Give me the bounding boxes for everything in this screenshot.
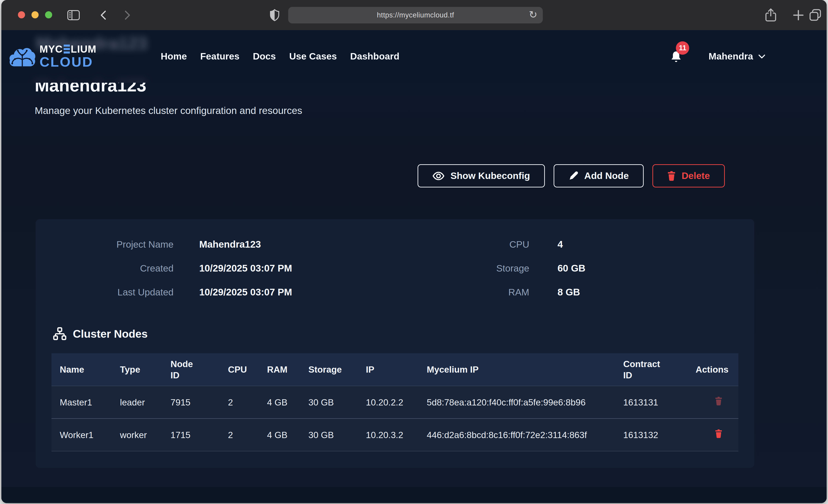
cell-ip: 10.20.3.2 [358, 419, 418, 451]
nav-item-dashboard[interactable]: Dashboard [350, 51, 400, 62]
forward-chevron-icon [124, 10, 131, 20]
trash-icon [667, 171, 676, 181]
brand-logo-text: MYC LIUM CLOUD [40, 44, 96, 69]
add-node-button[interactable]: Add Node [553, 164, 644, 187]
brand-e-glyph [64, 45, 70, 53]
brand-logo[interactable]: MYC LIUM CLOUD [8, 44, 96, 69]
browser-chrome: https://myceliumcloud.tf ↻ [1, 0, 827, 30]
cluster-actions: Show Kubeconfig Add Node Delete [418, 164, 725, 187]
created-value: 10/29/2025 03:07 PM [173, 261, 460, 276]
cluster-nodes-title: Cluster Nodes [73, 328, 148, 340]
show-kubeconfig-button[interactable]: Show Kubeconfig [418, 164, 545, 187]
cell-ip: 10.20.2.2 [358, 386, 418, 419]
traffic-lights [18, 11, 52, 18]
cell-contract-id: 1613131 [615, 386, 687, 419]
brand-line1-post: LIUM [71, 44, 96, 54]
share-icon [765, 8, 777, 22]
sidebar-toggle-button[interactable] [67, 0, 80, 30]
cell-storage: 30 GB [300, 419, 358, 451]
user-menu[interactable]: Mahendra [708, 51, 765, 62]
page-subtitle: Manage your Kubernetes cluster configura… [35, 104, 302, 117]
storage-value: 60 GB [529, 261, 754, 276]
eye-icon [432, 172, 445, 180]
cell-type: leader [112, 386, 162, 419]
page-footer [1, 487, 827, 503]
notifications-button[interactable]: 11 [671, 50, 681, 62]
col-name: Name [51, 353, 112, 386]
field-label: Project Name [36, 237, 173, 252]
cell-node-id: 1715 [162, 419, 220, 451]
table-row: Master1 leader 7915 2 4 GB 30 GB 10.20.2… [51, 386, 738, 419]
url-text: https://myceliumcloud.tf [377, 11, 454, 19]
cell-ram: 4 GB [259, 386, 300, 419]
minimize-window-button[interactable] [32, 11, 39, 18]
back-chevron-icon [100, 10, 107, 20]
row-delete-button[interactable] [715, 397, 722, 406]
cell-name: Master1 [51, 386, 112, 419]
add-node-label: Add Node [584, 170, 629, 181]
cell-type: worker [112, 419, 162, 451]
cell-contract-id: 1613132 [615, 419, 687, 451]
new-tab-button[interactable] [793, 0, 804, 30]
tab-overview-button[interactable] [809, 0, 822, 30]
nav-item-features[interactable]: Features [200, 51, 240, 62]
row-delete-button[interactable] [715, 429, 722, 438]
page-body: Mahendra123 Mahendra123 [1, 30, 827, 503]
close-window-button[interactable] [18, 11, 25, 18]
project-name-value: Mahendra123 [173, 237, 460, 252]
header-right: 11 Mahendra [671, 50, 765, 62]
mycelium-cloud-logo-icon [8, 45, 36, 68]
cell-mycelium-ip: 446:d2a6:8bcd:8c16:ff0f:72e2:3114:863f [418, 419, 615, 451]
ram-value: 8 GB [529, 285, 754, 300]
cluster-network-icon [53, 327, 67, 340]
col-ip: IP [358, 353, 418, 386]
nav-item-home[interactable]: Home [161, 51, 187, 62]
forward-button[interactable] [124, 0, 131, 30]
project-info: Project Name Mahendra123 CPU 4 Created 1… [36, 237, 754, 300]
share-button[interactable] [765, 0, 777, 30]
last-updated-value: 10/29/2025 03:07 PM [173, 285, 460, 300]
brand-line1-pre: MYC [40, 44, 63, 54]
field-label: Storage [460, 261, 529, 276]
zoom-window-button[interactable] [45, 11, 52, 18]
col-cpu: CPU [220, 353, 259, 386]
field-label: Created [36, 261, 173, 276]
cpu-value: 4 [529, 237, 754, 252]
col-storage: Storage [300, 353, 358, 386]
back-button[interactable] [100, 0, 107, 30]
nav-item-docs[interactable]: Docs [253, 51, 276, 62]
privacy-shield-button[interactable] [270, 0, 280, 30]
cell-actions [687, 386, 738, 419]
cluster-nodes-heading: Cluster Nodes [53, 327, 754, 340]
user-name: Mahendra [708, 51, 753, 62]
shield-icon [270, 9, 280, 22]
cell-cpu: 2 [220, 419, 259, 451]
col-contract-id: Contract ID [615, 353, 687, 386]
main-nav: Home Features Docs Use Cases Dashboard [161, 51, 400, 62]
nav-item-use-cases[interactable]: Use Cases [289, 51, 337, 62]
table-row: Worker1 worker 1715 2 4 GB 30 GB 10.20.3… [51, 419, 738, 451]
delete-cluster-button[interactable]: Delete [653, 164, 725, 187]
cell-name: Worker1 [51, 419, 112, 451]
brand-line1: MYC LIUM [40, 44, 96, 54]
col-ram: RAM [259, 353, 300, 386]
cell-node-id: 7915 [162, 386, 220, 419]
show-kubeconfig-label: Show Kubeconfig [450, 170, 530, 181]
trash-icon [715, 429, 722, 438]
field-label: Last Updated [36, 285, 173, 300]
brand-line2: CLOUD [40, 55, 96, 69]
col-actions: Actions [687, 353, 738, 386]
trash-icon [715, 397, 722, 406]
col-mycelium-ip: Mycelium IP [418, 353, 615, 386]
screenshot-root: https://myceliumcloud.tf ↻ [0, 0, 828, 504]
reload-button[interactable]: ↻ [529, 10, 537, 20]
table-header-row: Name Type Node ID CPU RAM Storage IP Myc… [51, 353, 738, 386]
address-bar[interactable]: https://myceliumcloud.tf ↻ [288, 7, 543, 24]
site-header: Mahendra123 [1, 30, 827, 83]
cell-actions [687, 419, 738, 451]
cluster-nodes-table: Name Type Node ID CPU RAM Storage IP Myc… [51, 353, 738, 451]
chevron-down-icon [758, 54, 765, 59]
col-type: Type [112, 353, 162, 386]
cell-ram: 4 GB [259, 419, 300, 451]
col-node-id: Node ID [162, 353, 220, 386]
